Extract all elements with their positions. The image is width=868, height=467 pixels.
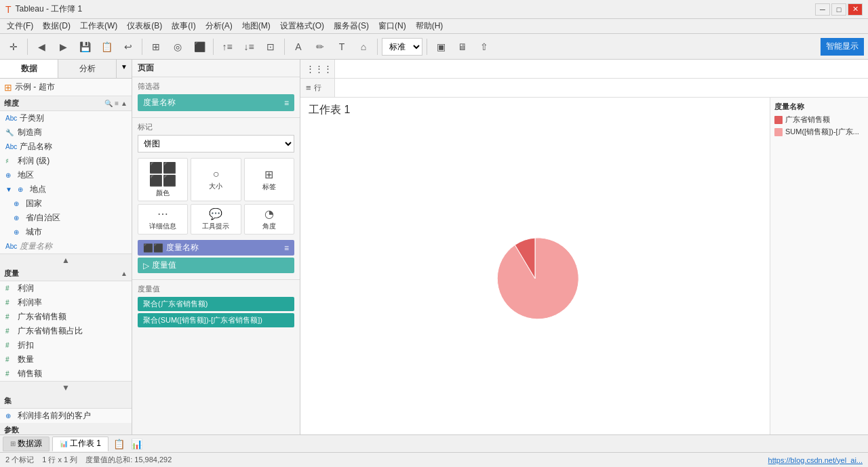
toolbar-share[interactable]: ⇧	[475, 37, 494, 56]
dimensions-search-icon[interactable]: 🔍	[104, 100, 113, 107]
filter-measure-names[interactable]: 度量名称 ≡	[138, 94, 294, 111]
marks-type-select[interactable]: 饼图	[138, 135, 294, 153]
mark-angle-field[interactable]: ▷ 度量值	[138, 258, 294, 273]
field-productname[interactable]: Abc 产品名称	[0, 140, 132, 154]
rows-shelf-area[interactable]	[334, 79, 868, 97]
status-url[interactable]: https://blog.csdn.net/yel_ai...	[768, 456, 863, 464]
new-dashboard-button[interactable]: 📊	[129, 436, 144, 451]
field-label: 销售额	[18, 368, 42, 380]
left-panel: 数据 分析 ▼ ⊞ 示例 - 超市 维度 🔍 ≡ ▲ Abc 子类别 🔧 制造	[0, 60, 132, 434]
mark-label-btn[interactable]: ⊞ 标签	[244, 158, 294, 201]
mark-tooltip-btn[interactable]: 💬 工具提示	[191, 204, 241, 235]
field-discount[interactable]: # 折扣	[0, 338, 132, 352]
toolbar-back[interactable]: ◀	[32, 37, 51, 56]
filter-edit-icon[interactable]: ≡	[284, 98, 289, 108]
menu-window[interactable]: 窗口(N)	[374, 19, 410, 33]
dimensions-scroll-up[interactable]: ▲	[0, 253, 132, 266]
field-manufacturer[interactable]: 🔧 制造商	[0, 125, 132, 140]
mark-color-field[interactable]: ⬛⬛ 度量名称 ≡	[138, 240, 294, 256]
toolbar-annotate[interactable]: ✏	[311, 37, 330, 56]
tab-data[interactable]: 数据	[0, 60, 58, 78]
close-button[interactable]: ✕	[848, 3, 863, 16]
smart-display-button[interactable]: 智能显示	[821, 38, 864, 56]
toolbar-sep2	[142, 39, 142, 55]
dimensions-collapse-icon[interactable]: ▲	[121, 100, 127, 107]
field-province[interactable]: ⊕ 省/自治区	[0, 211, 132, 225]
menu-data[interactable]: 数据(D)	[39, 19, 75, 33]
menu-analysis[interactable]: 分析(A)	[201, 19, 237, 33]
toolbar-device[interactable]: 🖥	[453, 37, 472, 56]
field-sales[interactable]: # 销售额	[0, 367, 132, 381]
panel-tab-arrow[interactable]: ▼	[117, 60, 132, 78]
color-field-edit-icon[interactable]: ≡	[284, 243, 289, 253]
new-sheet-button[interactable]: 📋	[111, 436, 126, 451]
page-header: 页面	[132, 60, 300, 77]
field-profit-level[interactable]: ♯ 利润 (级)	[0, 154, 132, 168]
menu-help[interactable]: 帮助(H)	[412, 19, 448, 33]
measures-scroll-down[interactable]: ▼	[0, 381, 132, 394]
menu-file[interactable]: 文件(F)	[3, 19, 37, 33]
mark-size-btn[interactable]: ○ 大小	[191, 158, 241, 201]
dimensions-title: 维度	[4, 98, 19, 108]
columns-shelf-area[interactable]	[334, 60, 868, 78]
legend-color-2	[774, 128, 783, 136]
field-profit[interactable]: # 利润	[0, 281, 132, 296]
tab-analysis[interactable]: 分析	[58, 60, 117, 78]
view-size-dropdown[interactable]: 标准	[382, 38, 422, 56]
label-icon: ⊞	[264, 168, 273, 181]
field-label: 城市	[26, 226, 42, 238]
toolbar: ✛ ◀ ▶ 💾 📋 ↩ ⊞ ◎ ⬛ ↑≡ ↓≡ ⊡ A ✏ T ⌂ 标准 ▣ 🖥…	[0, 34, 868, 60]
menu-map[interactable]: 地图(M)	[238, 19, 275, 33]
menu-story[interactable]: 故事(I)	[167, 19, 199, 33]
measure-values-title: 度量值	[138, 284, 294, 294]
field-country[interactable]: ⊕ 国家	[0, 197, 132, 211]
toolbar-text[interactable]: A	[289, 37, 308, 56]
tab-datasource[interactable]: ⊞ 数据源	[3, 436, 50, 451]
menu-worksheet[interactable]: 工作表(W)	[76, 19, 121, 33]
size-icon: ○	[213, 168, 220, 180]
toolbar-present[interactable]: ▣	[431, 37, 450, 56]
toolbar-mark-type[interactable]: ⬛	[190, 37, 209, 56]
toolbar-new-datasource[interactable]: 📋	[97, 37, 116, 56]
toolbar-sort-asc[interactable]: ↑≡	[218, 37, 237, 56]
field-measure-names[interactable]: Abc 度量名称	[0, 239, 132, 253]
toolbar-fit[interactable]: ⊡	[261, 37, 280, 56]
mark-angle-btn[interactable]: ◔ 角度	[244, 204, 294, 235]
marks-grid: ⬛⬛⬛⬛ 颜色 ○ 大小 ⊞ 标签 ⋯ 详细信息 💬 工具提示	[138, 158, 294, 235]
field-quantity[interactable]: # 数量	[0, 352, 132, 367]
measures-collapse-icon[interactable]: ▲	[121, 270, 127, 277]
field-profit-rate[interactable]: # 利润率	[0, 296, 132, 310]
toolbar-radial[interactable]: ◎	[168, 37, 187, 56]
maximize-button[interactable]: □	[831, 3, 846, 16]
field-label: 地点	[30, 184, 46, 195]
toolbar-format[interactable]: T	[332, 37, 351, 56]
toolbar-pointer[interactable]: ✛	[4, 37, 23, 56]
field-city[interactable]: ⊕ 城市	[0, 225, 132, 239]
dimensions-sort-icon[interactable]: ≡	[115, 100, 119, 107]
measure-item-1[interactable]: 聚合(广东省销售额)	[138, 297, 294, 311]
menu-server[interactable]: 服务器(S)	[330, 19, 373, 33]
minimize-button[interactable]: ─	[815, 3, 830, 16]
toolbar-lasso[interactable]: ⊞	[146, 37, 165, 56]
field-region[interactable]: ⊕ 地区	[0, 168, 132, 182]
field-subcategory[interactable]: Abc 子类别	[0, 111, 132, 125]
mark-color-btn[interactable]: ⬛⬛⬛⬛ 颜色	[138, 158, 188, 201]
color-field-label: 度量名称	[166, 242, 199, 253]
menu-format[interactable]: 设置格式(O)	[276, 19, 328, 33]
toolbar-sort-desc[interactable]: ↓≡	[239, 37, 258, 56]
measure-item-2[interactable]: 聚合(SUM([销售额])-[广东省销售额])	[138, 313, 294, 327]
menu-dashboard[interactable]: 仪表板(B)	[123, 19, 166, 33]
toolbar-save[interactable]: 💾	[75, 37, 94, 56]
mark-detail-btn[interactable]: ⋯ 详细信息	[138, 204, 188, 235]
field-location-group[interactable]: ▼ ⊕ 地点	[0, 182, 132, 197]
toolbar-undo[interactable]: ↩	[119, 37, 138, 56]
field-gd-sales-ratio[interactable]: # 广东省销售额占比	[0, 324, 132, 338]
field-top-customers[interactable]: ⊕ 利润排名前列的客户	[0, 409, 132, 423]
tab-sheet1[interactable]: 📊 工作表 1	[52, 436, 108, 451]
datasource-row[interactable]: ⊞ 示例 - 超市	[0, 79, 132, 96]
field-gd-sales[interactable]: # 广东省销售额	[0, 310, 132, 324]
toolbar-captions[interactable]: ⌂	[354, 37, 373, 56]
toolbar-forward[interactable]: ▶	[54, 37, 73, 56]
angle-field-label: 度量值	[152, 260, 176, 271]
rows-label: 行	[314, 83, 321, 93]
